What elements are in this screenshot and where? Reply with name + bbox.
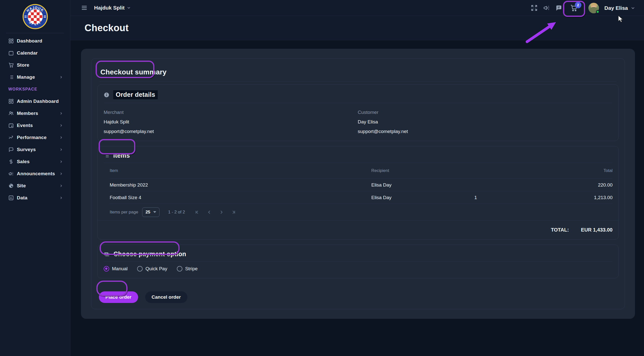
pagination: Items per page 25 1 - 2 of 2 — [110, 204, 613, 220]
cart-icon — [8, 62, 14, 68]
sidebar-item-sales[interactable]: Sales — [0, 156, 70, 168]
sidebar-nav: Dashboard Calendar Store Manage WORKSPAC… — [0, 35, 70, 204]
payment-option-label: Quick Pay — [145, 266, 167, 272]
sidebar-item-label: Sales — [17, 159, 30, 164]
cart-button[interactable]: 2 — [568, 3, 579, 14]
page-title: Checkout — [85, 23, 129, 33]
dashboard-icon — [8, 38, 14, 44]
sidebar-item-members[interactable]: Members — [0, 107, 70, 119]
sidebar-item-label: Store — [17, 62, 29, 68]
sidebar: HAJDUK SPLIT Dashboard Calendar Store Ma… — [0, 0, 70, 356]
payment-card: Choose payment option Manual Quick Pay — [97, 245, 619, 278]
chevron-right-icon — [59, 75, 63, 79]
avatar[interactable] — [588, 3, 599, 13]
payment-option-quick-pay[interactable]: Quick Pay — [137, 266, 167, 272]
items-title: Items — [113, 152, 130, 159]
divider — [99, 81, 617, 81]
radio-icon — [137, 266, 143, 272]
chevron-right-icon — [59, 136, 63, 140]
payment-option-manual[interactable]: Manual — [104, 266, 128, 272]
place-order-button[interactable]: Place order — [99, 291, 138, 303]
sidebar-item-site[interactable]: Site — [0, 180, 70, 192]
sidebar-item-events[interactable]: Events — [0, 119, 70, 131]
merchant-email: support@cometplay.net — [104, 129, 358, 134]
order-details-title: Order details — [113, 90, 158, 99]
cell-qty: 1 — [467, 195, 477, 200]
sidebar-divider — [6, 33, 64, 33]
megaphone-icon[interactable] — [543, 5, 550, 11]
checkout-actions: Place order Cancel order — [99, 291, 619, 303]
customer-block: Customer Day Elisa support@cometplay.net — [358, 107, 612, 134]
next-page-button[interactable] — [219, 209, 224, 215]
checkout-summary-panel: Checkout summary Order details Merchant … — [91, 58, 625, 309]
user-menu[interactable]: Day Elisa — [605, 5, 635, 11]
chevron-down-icon — [630, 6, 635, 11]
chat-icon — [8, 147, 14, 152]
sidebar-item-label: Site — [17, 183, 26, 189]
menu-icon[interactable] — [81, 5, 88, 11]
order-total-row: TOTAL: EUR 1,433.00 — [98, 220, 618, 239]
people-icon — [8, 111, 14, 116]
chat-icon[interactable] — [555, 5, 562, 11]
cell-recipient: Elisa Day — [371, 195, 467, 200]
online-status-dot — [596, 10, 599, 14]
sidebar-item-admin-dashboard[interactable]: Admin Dashboard — [0, 95, 70, 107]
merchant-name: Hajduk Split — [104, 119, 358, 125]
sidebar-item-data[interactable]: Data — [0, 192, 70, 204]
sidebar-item-dashboard[interactable]: Dashboard — [0, 35, 70, 47]
cancel-order-button[interactable]: Cancel order — [145, 291, 187, 303]
dashboard-icon — [8, 99, 14, 104]
payment-options: Manual Quick Pay Stripe — [98, 261, 618, 278]
fullscreen-icon[interactable] — [531, 5, 538, 11]
payment-option-stripe[interactable]: Stripe — [177, 266, 198, 272]
payment-option-label: Stripe — [185, 266, 198, 272]
trend-icon — [8, 135, 14, 140]
sidebar-item-calendar[interactable]: Calendar — [0, 47, 70, 59]
user-name: Day Elisa — [605, 5, 628, 11]
sidebar-item-surveys[interactable]: Surveys — [0, 144, 70, 156]
first-page-button[interactable] — [194, 209, 200, 215]
club-name: Hajduk Split — [94, 5, 125, 11]
workspace-section-label: WORKSPACE — [0, 83, 70, 95]
cell-recipient: Elisa Day — [371, 182, 467, 188]
main-area: Hajduk Split 2 Day Elisa Checkout — [70, 0, 644, 356]
sidebar-item-label: Members — [17, 111, 38, 116]
customer-name: Day Elisa — [358, 119, 612, 125]
merchant-label: Merchant — [104, 110, 358, 115]
radio-icon — [177, 266, 182, 272]
page-size-value: 25 — [145, 210, 150, 215]
bar-chart-icon — [8, 195, 14, 201]
total-label: TOTAL: — [551, 227, 569, 233]
sidebar-item-label: Events — [17, 123, 33, 128]
topbar-actions: 2 Day Elisa — [531, 0, 635, 16]
page-size-select[interactable]: 25 — [142, 207, 159, 217]
club-switcher[interactable]: Hajduk Split — [94, 5, 131, 11]
sidebar-item-performance[interactable]: Performance — [0, 131, 70, 144]
sidebar-item-manage[interactable]: Manage — [0, 71, 70, 83]
globe-icon — [8, 183, 14, 189]
last-page-button[interactable] — [231, 209, 236, 215]
cell-total: 1,213.00 — [477, 195, 613, 200]
payment-icon — [104, 251, 110, 257]
cart-count-badge: 2 — [575, 2, 581, 8]
sidebar-item-label: Admin Dashboard — [17, 99, 59, 104]
sidebar-item-announcements[interactable]: Announcements — [0, 168, 70, 180]
hajduk-split-logo: HAJDUK SPLIT — [22, 4, 48, 30]
chevron-right-icon — [59, 184, 63, 188]
table-row[interactable]: Football Size 4 Elisa Day 1 1,213.00 — [110, 191, 613, 204]
sidebar-item-label: Data — [17, 195, 27, 201]
topbar: Hajduk Split 2 Day Elisa — [70, 0, 644, 16]
cell-item: Football Size 4 — [110, 195, 371, 200]
list-icon — [104, 153, 109, 158]
chevron-right-icon — [59, 148, 63, 152]
caret-down-icon — [153, 211, 156, 213]
table-row[interactable]: Membership 2022 Elisa Day 220.00 — [110, 179, 613, 191]
sidebar-item-store[interactable]: Store — [0, 59, 70, 71]
list-icon — [8, 74, 14, 80]
cell-item: Membership 2022 — [110, 182, 371, 188]
prev-page-button[interactable] — [207, 209, 212, 215]
calendar-event-icon — [8, 123, 14, 128]
checkout-card: Checkout summary Order details Merchant … — [81, 49, 635, 319]
col-item: Item — [110, 168, 371, 173]
radio-selected-icon — [104, 266, 109, 272]
